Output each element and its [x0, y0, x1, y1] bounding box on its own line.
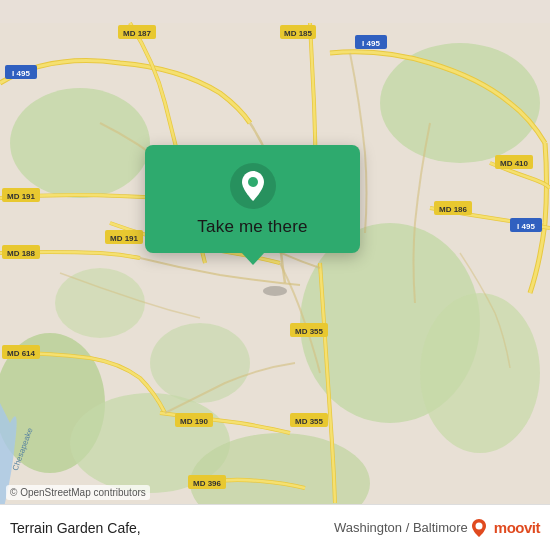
svg-text:MD 410: MD 410	[500, 159, 529, 168]
svg-point-43	[248, 177, 258, 187]
svg-text:I 495: I 495	[362, 39, 380, 48]
svg-point-8	[55, 268, 145, 338]
popup-label: Take me there	[197, 217, 307, 237]
place-info: Terrain Garden Cafe, Washington / Baltim…	[10, 520, 468, 536]
map-attribution: © OpenStreetMap contributors	[6, 485, 150, 500]
svg-text:MD 191: MD 191	[110, 234, 139, 243]
svg-text:MD 396: MD 396	[193, 479, 222, 488]
svg-text:I 495: I 495	[517, 222, 535, 231]
moovit-pin-icon	[468, 517, 490, 539]
svg-text:MD 188: MD 188	[7, 249, 36, 258]
svg-point-4	[420, 293, 540, 453]
map-svg: Chesapeake	[0, 0, 550, 550]
bottom-bar: Terrain Garden Cafe, Washington / Baltim…	[0, 504, 550, 550]
svg-point-9	[150, 323, 250, 403]
svg-text:I 495: I 495	[12, 69, 30, 78]
svg-point-41	[263, 286, 287, 296]
svg-point-2	[380, 43, 540, 163]
svg-point-1	[10, 88, 150, 198]
svg-text:MD 355: MD 355	[295, 417, 324, 426]
place-region: Washington / Baltimore	[334, 520, 468, 535]
svg-text:MD 614: MD 614	[7, 349, 36, 358]
svg-text:MD 191: MD 191	[7, 192, 36, 201]
svg-text:MD 186: MD 186	[439, 205, 468, 214]
place-name: Terrain Garden Cafe,	[10, 520, 334, 536]
svg-text:MD 185: MD 185	[284, 29, 313, 38]
popup-card[interactable]: Take me there	[145, 145, 360, 253]
map-container: Chesapeake	[0, 0, 550, 550]
svg-text:MD 190: MD 190	[180, 417, 209, 426]
moovit-logo: moovit	[468, 517, 540, 539]
moovit-text: moovit	[494, 519, 540, 536]
location-pin-icon	[230, 163, 276, 209]
svg-text:MD 187: MD 187	[123, 29, 152, 38]
svg-point-44	[475, 522, 482, 529]
svg-text:MD 355: MD 355	[295, 327, 324, 336]
